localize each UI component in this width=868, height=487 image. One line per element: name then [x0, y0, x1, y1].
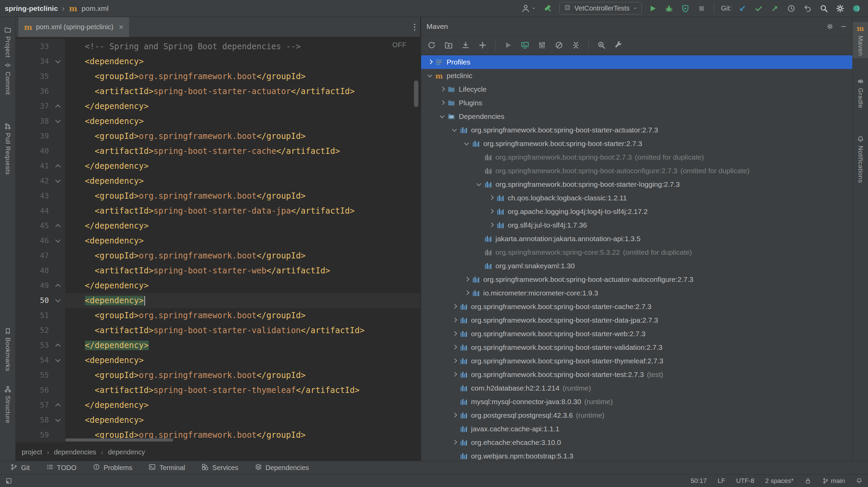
build-project-button[interactable] [542, 3, 554, 14]
code-line-50[interactable]: 50 <dependency> [16, 293, 420, 308]
maven-settings-button[interactable] [614, 41, 623, 50]
tree-toggle-icon[interactable] [450, 368, 459, 381]
code-line-56[interactable]: 56 <artifactId>spring-boot-starter-thyme… [16, 383, 420, 398]
maven-tree-item[interactable]: mysql:mysql-connector-java:8.0.30(runtim… [421, 395, 852, 409]
skip-tests-button[interactable] [555, 41, 563, 50]
tool-button-problems[interactable]: Problems [93, 463, 132, 472]
maven-tree-item[interactable]: javax.cache:cache-api:1.1.1 [421, 422, 852, 436]
tree-toggle-icon[interactable] [475, 178, 484, 191]
download-sources-button[interactable] [461, 41, 470, 50]
ide-status-button[interactable] [851, 3, 862, 14]
maven-tree-item[interactable]: org.postgresql:postgresql:42.3.6(runtime… [421, 409, 852, 422]
tab-options-icon[interactable] [414, 24, 415, 31]
add-maven-project-button[interactable] [478, 41, 487, 50]
maven-tree-item[interactable]: org.springframework.boot:spring-boot-sta… [421, 123, 852, 137]
maven-tree-item[interactable]: org.springframework.boot:spring-boot-sta… [421, 341, 852, 354]
code-line-44[interactable]: 44 <artifactId>spring-boot-starter-data-… [16, 203, 420, 218]
run-button[interactable] [647, 3, 658, 14]
tree-toggle-icon[interactable] [487, 205, 496, 218]
editor-horizontal-scrollbar[interactable] [65, 438, 173, 441]
fold-open-icon[interactable] [55, 118, 61, 123]
maven-tree-item[interactable]: org.springframework:spring-core:5.3.22(o… [421, 246, 852, 259]
run-build-button[interactable] [504, 41, 512, 50]
tool-button-git[interactable]: Git [10, 463, 30, 472]
tree-toggle-icon[interactable] [487, 218, 496, 232]
tree-toggle-icon[interactable] [487, 191, 496, 205]
maven-tree-item[interactable]: jakarta.annotation:jakarta.annotation-ap… [421, 232, 852, 246]
maven-tree-item[interactable]: org.webjars.npm:bootstrap:5.1.3 [421, 449, 852, 461]
tree-toggle-icon[interactable] [450, 436, 459, 449]
editor[interactable]: 33 <!-- Spring and Spring Boot dependenc… [16, 37, 420, 443]
code-line-37[interactable]: 37 </dependency> [16, 99, 420, 114]
project-name[interactable]: spring-petclinic [5, 4, 58, 13]
reload-projects-button[interactable] [427, 41, 436, 50]
highlighting-level-badge[interactable]: OFF [393, 41, 407, 49]
maven-tree-item[interactable]: org.springframework.boot:spring-boot-sta… [421, 300, 852, 313]
editor-vertical-scrollbar[interactable] [414, 80, 418, 107]
tree-toggle-icon[interactable] [438, 96, 447, 110]
caret-position[interactable]: 50:17 [691, 477, 707, 485]
user-menu-button[interactable] [520, 3, 537, 14]
maven-tree-item[interactable]: Lifecycle [421, 83, 852, 96]
code-line-58[interactable]: 58 <dependency> [16, 413, 420, 428]
settings-button[interactable] [835, 3, 846, 14]
fold-close-icon[interactable] [55, 105, 61, 110]
tool-stripe-button-bookmarks[interactable]: Bookmarks [0, 325, 15, 374]
execute-goal-button[interactable] [521, 41, 529, 50]
tree-toggle-icon[interactable] [463, 286, 471, 300]
breadcrumb-item[interactable]: dependencies [54, 448, 96, 456]
maven-tree-item[interactable]: org.springframework.boot:spring-boot:2.7… [421, 150, 852, 164]
fold-close-icon[interactable] [55, 344, 61, 349]
update-project-button[interactable] [737, 3, 748, 14]
code-line-54[interactable]: 54 <dependency> [16, 353, 420, 368]
fold-open-icon[interactable] [55, 178, 61, 183]
panel-settings-icon[interactable] [827, 23, 833, 30]
tool-button-services[interactable]: Services [201, 463, 238, 472]
code-line-57[interactable]: 57 </dependency> [16, 398, 420, 413]
tree-toggle-icon[interactable] [450, 327, 459, 341]
push-button[interactable] [770, 3, 780, 14]
tree-toggle-icon[interactable] [450, 341, 459, 354]
maven-tree-item[interactable]: Dependencies [421, 110, 852, 123]
code-line-40[interactable]: 40 <artifactId>spring-boot-starter-cache… [16, 144, 420, 159]
tool-stripe-button-gradle[interactable]: Gradle [853, 76, 868, 110]
maven-tree-item[interactable]: org.springframework.boot:spring-boot-act… [421, 273, 852, 286]
maven-tree-item[interactable]: io.micrometer:micrometer-core:1.9.3 [421, 286, 852, 300]
code-line-47[interactable]: 47 <groupId>org.springframework.boot</gr… [16, 248, 420, 263]
fold-close-icon[interactable] [55, 224, 61, 230]
search-everywhere-button[interactable] [818, 3, 829, 14]
maven-tree-item[interactable]: com.h2database:h2:2.1.214(runtime) [421, 381, 852, 395]
maven-tree-item[interactable]: ch.qos.logback:logback-classic:1.2.11 [421, 191, 852, 205]
code-line-39[interactable]: 39 <groupId>org.springframework.boot</gr… [16, 129, 420, 144]
tree-toggle-icon[interactable] [450, 300, 459, 313]
maven-tree-item[interactable]: org.apache.logging.log4j:log4j-to-slf4j:… [421, 205, 852, 218]
dependency-analyzer-button[interactable] [597, 41, 606, 50]
code-line-33[interactable]: 33 <!-- Spring and Spring Boot dependenc… [16, 39, 420, 54]
fold-open-icon[interactable] [55, 237, 61, 243]
lock-icon[interactable] [804, 477, 811, 484]
tree-toggle-icon[interactable] [450, 123, 459, 137]
line-separator[interactable]: LF [718, 477, 725, 485]
tool-stripe-button-notifications[interactable]: Notifications [853, 133, 868, 185]
maven-tree-item[interactable]: org.ehcache:ehcache:3.10.0 [421, 436, 852, 449]
indent-style[interactable]: 2 spaces* [765, 477, 793, 485]
maven-tree-item[interactable]: org.springframework.boot:spring-boot-sta… [421, 313, 852, 327]
close-tab-icon[interactable]: × [119, 22, 124, 32]
code-line-48[interactable]: 48 <artifactId>spring-boot-starter-web</… [16, 263, 420, 278]
tree-toggle-icon[interactable] [450, 409, 459, 422]
maven-tree-item[interactable]: org.springframework.boot:spring-boot-aut… [421, 164, 852, 178]
fold-close-icon[interactable] [55, 284, 61, 289]
tree-toggle-icon[interactable] [450, 354, 459, 368]
stop-button[interactable] [696, 3, 707, 14]
breadcrumb-item[interactable]: project [22, 448, 42, 456]
code-line-52[interactable]: 52 <artifactId>spring-boot-starter-valid… [16, 323, 420, 338]
code-line-53[interactable]: 53 </dependency> [16, 338, 420, 353]
code-line-36[interactable]: 36 <artifactId>spring-boot-starter-actua… [16, 84, 420, 99]
tool-button-terminal[interactable]: Terminal [148, 463, 185, 472]
maven-tree-item[interactable]: org.yaml:snakeyaml:1.30 [421, 259, 852, 273]
maven-tree-item[interactable]: org.springframework.boot:spring-boot-sta… [421, 327, 852, 341]
code-line-55[interactable]: 55 <groupId>org.springframework.boot</gr… [16, 368, 420, 383]
tool-stripe-button-pull-requests[interactable]: Pull Requests [0, 121, 15, 177]
code-line-51[interactable]: 51 <groupId>org.springframework.boot</gr… [16, 308, 420, 323]
fold-open-icon[interactable] [55, 357, 61, 362]
